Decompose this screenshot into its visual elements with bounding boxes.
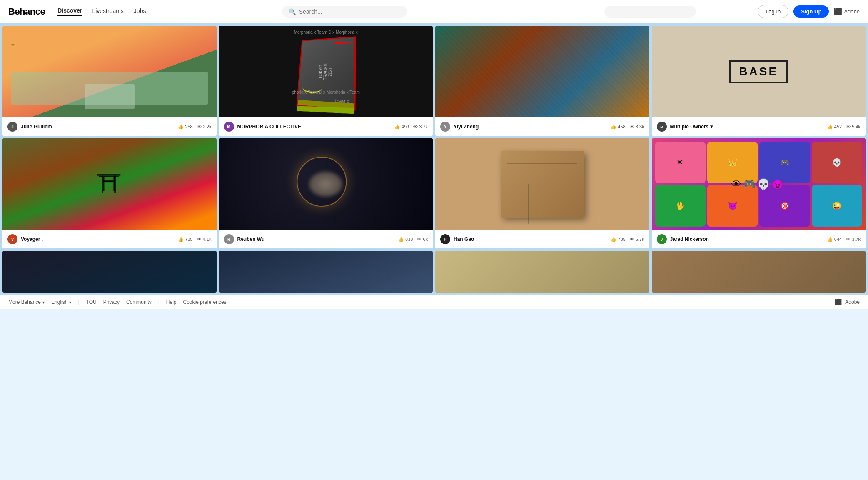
author-name-7: Han Gao	[454, 236, 607, 242]
language-dropdown[interactable]: English ▾	[51, 299, 71, 305]
project-card-8[interactable]: 👁 👑 🎮 💀 🖐 😈 🎯 😜 J Jared Nickerson 👍 644 …	[652, 138, 866, 248]
project-card-3[interactable]: Y Yiyi Zheng 👍 458 👁 3.3k	[435, 26, 649, 136]
adobe-logo: ⬛ Adobe	[834, 8, 860, 15]
likes-4: 👍 452	[827, 124, 842, 130]
author-name-1: Julie Guillem	[21, 124, 175, 130]
base-logo: BASE	[729, 60, 788, 83]
stats-6: 👍 838 👁 6k	[398, 237, 428, 242]
project-card-7[interactable]: H Han Gao 👍 735 👁 6.7k	[435, 138, 649, 248]
project-card-6[interactable]: R Reuben Wu 👍 838 👁 6k	[219, 138, 433, 248]
project-card-4[interactable]: BASE M Multiple Owners ▾ 👍 452 👁 5.4k	[652, 26, 866, 136]
views-4: 👁 5.4k	[846, 124, 861, 129]
base-text: BASE	[739, 65, 778, 78]
project-card-11[interactable]	[435, 251, 649, 292]
like-icon-5: 👍	[178, 237, 184, 242]
tou-link[interactable]: TOU	[86, 299, 97, 305]
likes-7: 👍 735	[611, 237, 625, 242]
adobe-footer-icon: ⬛	[835, 299, 842, 305]
project-footer-6: R Reuben Wu 👍 838 👁 6k	[219, 230, 433, 248]
like-icon-8: 👍	[827, 237, 833, 242]
avatar-3: Y	[440, 122, 450, 132]
view-icon-3: 👁	[630, 124, 634, 129]
nav-livestreams[interactable]: Livestreams	[92, 8, 123, 16]
author-name-2: MORPHORIA COLLECTIVE	[237, 124, 391, 130]
author-name-8: Jared Nickerson	[670, 236, 824, 242]
project-image-3	[435, 26, 649, 118]
project-card-10[interactable]	[219, 251, 433, 292]
project-footer-3: Y Yiyi Zheng 👍 458 👁 3.3k	[435, 118, 649, 136]
search-input-2[interactable]	[611, 8, 689, 15]
footer-right: ⬛ Adobe	[835, 299, 860, 305]
cookies-link[interactable]: Cookie preferences	[183, 299, 227, 305]
project-image-4: BASE	[652, 26, 866, 118]
book-cover: TOKYOTRACKS2021 TEAM D	[297, 36, 356, 111]
header-right: Log In Sign Up ⬛ Adobe	[758, 5, 860, 18]
view-icon-7: 👁	[630, 237, 634, 242]
main-nav: Discover Livestreams Jobs	[57, 7, 146, 16]
project-card-5[interactable]: ⛩ V Voyager . 👍 735 👁 4.1k	[2, 138, 217, 248]
view-icon-8: 👁	[846, 237, 851, 242]
views-2: 👁 3.7k	[413, 124, 428, 129]
avatar-4: M	[657, 122, 667, 132]
likes-1: 👍 258	[178, 124, 192, 130]
avatar-5: V	[7, 234, 17, 244]
project-footer-5: V Voyager . 👍 735 👁 4.1k	[2, 230, 217, 248]
project-card-12[interactable]	[652, 251, 866, 292]
search-container-2	[543, 6, 758, 18]
project-grid: 🚁 J Julie Guillem 👍 258 👁 2.2k TOKYOTRAC…	[0, 23, 868, 295]
search-box: 🔍	[282, 6, 407, 18]
search-input[interactable]	[299, 8, 400, 15]
more-behance-dropdown[interactable]: More Behance ▾	[8, 299, 45, 305]
likes-5: 👍 735	[178, 237, 192, 242]
project-image-2: TOKYOTRACKS2021 TEAM D Morphoria x Team …	[219, 26, 433, 118]
likes-8: 👍 644	[827, 237, 842, 242]
behance-logo[interactable]: Behance	[8, 6, 45, 17]
dropdown-icon-4[interactable]: ▾	[710, 124, 713, 130]
adobe-footer-label: Adobe	[845, 299, 860, 305]
like-icon-7: 👍	[611, 237, 616, 242]
nav-discover[interactable]: Discover	[57, 7, 82, 16]
stats-8: 👍 644 👁 3.7k	[827, 237, 861, 242]
project-image-8: 👁 👑 🎮 💀 🖐 😈 🎯 😜	[652, 138, 866, 230]
project-footer-1: J Julie Guillem 👍 258 👁 2.2k	[2, 118, 217, 136]
project-image-1: 🚁	[2, 26, 217, 118]
help-link[interactable]: Help	[166, 299, 177, 305]
project-card-2[interactable]: TOKYOTRACKS2021 TEAM D Morphoria x Team …	[219, 26, 433, 136]
search-box-2	[604, 6, 696, 18]
like-icon-1: 👍	[178, 124, 184, 130]
project-card-9[interactable]	[2, 251, 217, 292]
signup-button[interactable]: Sign Up	[793, 5, 829, 18]
stats-3: 👍 458 👁 3.3k	[611, 124, 644, 130]
search-icon: 🔍	[289, 8, 296, 15]
community-link[interactable]: Community	[126, 299, 152, 305]
author-name-4: Multiple Owners ▾	[670, 124, 824, 130]
login-button[interactable]: Log In	[758, 5, 788, 18]
author-name-5: Voyager .	[21, 236, 175, 242]
like-icon-3: 👍	[611, 124, 616, 130]
privacy-link[interactable]: Privacy	[103, 299, 120, 305]
nav-jobs[interactable]: Jobs	[134, 8, 146, 16]
views-8: 👁 3.7k	[846, 237, 861, 242]
view-icon-5: 👁	[197, 237, 202, 242]
stats-7: 👍 735 👁 6.7k	[611, 237, 644, 242]
like-icon-4: 👍	[827, 124, 833, 130]
views-7: 👁 6.7k	[630, 237, 644, 242]
view-icon-4: 👁	[846, 124, 851, 129]
main-footer: More Behance ▾ English ▾ | TOU Privacy C…	[0, 295, 868, 309]
project-footer-2: M MORPHORIA COLLECTIVE 👍 499 👁 3.7k	[219, 118, 433, 136]
chevron-down-icon-lang: ▾	[69, 300, 71, 305]
avatar-8: J	[657, 234, 667, 244]
like-icon-2: 👍	[394, 124, 400, 130]
view-icon-2: 👁	[413, 124, 418, 129]
project-footer-8: J Jared Nickerson 👍 644 👁 3.7k	[652, 230, 866, 248]
stats-5: 👍 735 👁 4.1k	[178, 237, 211, 242]
footer-left: More Behance ▾ English ▾ | TOU Privacy C…	[8, 299, 227, 305]
views-6: 👁 6k	[417, 237, 428, 242]
main-header: Behance Discover Livestreams Jobs 🔍 Log …	[0, 0, 868, 23]
view-icon-6: 👁	[417, 237, 422, 242]
chevron-down-icon: ▾	[42, 300, 45, 305]
likes-6: 👍 838	[398, 237, 413, 242]
project-card-1[interactable]: 🚁 J Julie Guillem 👍 258 👁 2.2k	[2, 26, 217, 136]
avatar-6: R	[224, 234, 234, 244]
author-name-6: Reuben Wu	[237, 236, 395, 242]
